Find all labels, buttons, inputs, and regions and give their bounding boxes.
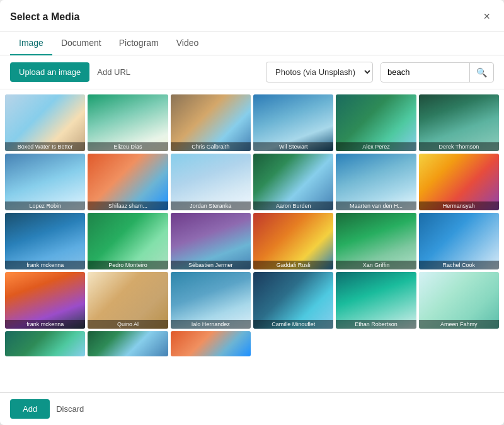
- photo-author-label: Ialo Hernandez: [171, 320, 251, 329]
- photo-thumbnail: [88, 331, 168, 356]
- photo-thumbnail: Quino Al: [88, 272, 168, 329]
- photo-author-label: frank mckenna: [5, 261, 85, 269]
- photo-item[interactable]: Sébastien Jermer: [171, 213, 251, 269]
- photo-thumbnail: [171, 331, 251, 356]
- photo-thumbnail: frank mckenna: [5, 213, 85, 269]
- photo-item[interactable]: Gaddafi Rusli: [253, 213, 333, 269]
- photo-item[interactable]: Ethan Robertson: [336, 272, 416, 329]
- photo-thumbnail: Wil Stewart: [253, 94, 333, 151]
- photo-item[interactable]: Maarten van den H...: [336, 154, 416, 210]
- photo-item[interactable]: Camille Minouflet: [253, 272, 333, 329]
- source-select[interactable]: Photos (via Unsplash) My Files: [266, 62, 373, 82]
- close-button[interactable]: ×: [479, 9, 494, 25]
- modal-footer: Add Discard: [0, 392, 504, 425]
- photo-author-label: Ethan Robertson: [336, 320, 416, 329]
- photo-author-label: Maarten van den H...: [336, 201, 416, 210]
- photo-thumbnail: Ameen Fahmy: [419, 272, 499, 329]
- photo-author-label: Derek Thomson: [419, 142, 499, 151]
- photo-author-label: Jordan Steranka: [171, 201, 251, 210]
- tab-video[interactable]: Video: [168, 31, 208, 55]
- photo-thumbnail: Camille Minouflet: [253, 272, 333, 329]
- photo-item[interactable]: frank mckenna: [5, 272, 85, 329]
- photo-author-label: frank mckenna: [5, 320, 85, 329]
- add-url-link[interactable]: Add URL: [97, 67, 130, 77]
- photo-item[interactable]: Shifaaz sham...: [88, 154, 168, 210]
- photo-author-label: Hermansyah: [419, 201, 499, 210]
- photo-author-label: Chris Galbraith: [171, 142, 251, 151]
- upload-image-button[interactable]: Upload an image: [10, 62, 89, 82]
- toolbar: Upload an image Add URL Photos (via Unsp…: [0, 55, 504, 89]
- tab-pictogram[interactable]: Pictogram: [110, 31, 168, 55]
- photo-item[interactable]: frank mckenna: [5, 213, 85, 269]
- photo-thumbnail: Sébastien Jermer: [171, 213, 251, 269]
- photo-thumbnail: Maarten van den H...: [336, 154, 416, 210]
- photo-thumbnail: [5, 331, 85, 356]
- add-button[interactable]: Add: [10, 399, 50, 419]
- photo-thumbnail: Gaddafi Rusli: [253, 213, 333, 269]
- photo-author-label: Pedro Monteiro: [88, 261, 168, 269]
- media-selector-modal: Select a Media × Image Document Pictogra…: [0, 0, 504, 425]
- photo-author-label: Elizeu Dias: [88, 142, 168, 151]
- photo-item[interactable]: Xan Griffin: [336, 213, 416, 269]
- photo-item[interactable]: Aaron Burden: [253, 154, 333, 210]
- photo-author-label: Wil Stewart: [253, 142, 333, 151]
- photo-item[interactable]: Ialo Hernandez: [171, 272, 251, 329]
- tab-image[interactable]: Image: [10, 31, 52, 55]
- discard-button[interactable]: Discard: [56, 404, 84, 414]
- modal-title: Select a Media: [10, 11, 79, 23]
- photo-author-label: Boxed Water Is Better: [5, 142, 85, 151]
- photo-thumbnail: Elizeu Dias: [88, 94, 168, 151]
- photo-item[interactable]: Wil Stewart: [253, 94, 333, 151]
- photo-author-label: Alex Perez: [336, 142, 416, 151]
- photo-author-label: Camille Minouflet: [253, 320, 333, 329]
- photo-thumbnail: Chris Galbraith: [171, 94, 251, 151]
- photo-item[interactable]: [5, 331, 85, 356]
- photo-thumbnail: frank mckenna: [5, 272, 85, 329]
- photo-item[interactable]: Boxed Water Is Better: [5, 94, 85, 151]
- photo-item[interactable]: Lopez Robin: [5, 154, 85, 210]
- photo-thumbnail: Jordan Steranka: [171, 154, 251, 210]
- photo-item[interactable]: Alex Perez: [336, 94, 416, 151]
- photo-item[interactable]: Ameen Fahmy: [419, 272, 499, 329]
- photo-thumbnail: Pedro Monteiro: [88, 213, 168, 269]
- photo-author-label: Shifaaz sham...: [88, 201, 168, 210]
- tab-bar: Image Document Pictogram Video: [0, 31, 504, 55]
- search-input[interactable]: [381, 63, 469, 81]
- search-button[interactable]: 🔍: [469, 63, 493, 82]
- tab-document[interactable]: Document: [52, 31, 110, 55]
- photo-thumbnail: Hermansyah: [419, 154, 499, 210]
- photo-item[interactable]: Hermansyah: [419, 154, 499, 210]
- photo-author-label: Rachel Cook: [419, 261, 499, 269]
- photo-gallery: Boxed Water Is BetterElizeu DiasChris Ga…: [0, 89, 504, 392]
- photo-thumbnail: Lopez Robin: [5, 154, 85, 210]
- photo-item[interactable]: [88, 331, 168, 356]
- photo-author-label: Lopez Robin: [5, 201, 85, 210]
- photo-item[interactable]: Pedro Monteiro: [88, 213, 168, 269]
- photo-author-label: Ameen Fahmy: [419, 320, 499, 329]
- photo-author-label: Gaddafi Rusli: [253, 261, 333, 269]
- photo-thumbnail: Ethan Robertson: [336, 272, 416, 329]
- gallery-grid: Boxed Water Is BetterElizeu DiasChris Ga…: [5, 94, 499, 356]
- photo-thumbnail: Aaron Burden: [253, 154, 333, 210]
- search-icon: 🔍: [476, 67, 487, 77]
- photo-author-label: Aaron Burden: [253, 201, 333, 210]
- photo-item[interactable]: Quino Al: [88, 272, 168, 329]
- photo-thumbnail: Xan Griffin: [336, 213, 416, 269]
- photo-thumbnail: Boxed Water Is Better: [5, 94, 85, 151]
- photo-thumbnail: Ialo Hernandez: [171, 272, 251, 329]
- photo-item[interactable]: Jordan Steranka: [171, 154, 251, 210]
- photo-thumbnail: Rachel Cook: [419, 213, 499, 269]
- photo-item[interactable]: Elizeu Dias: [88, 94, 168, 151]
- photo-author-label: Quino Al: [88, 320, 168, 329]
- photo-thumbnail: Derek Thomson: [419, 94, 499, 151]
- photo-author-label: Sébastien Jermer: [171, 261, 251, 269]
- photo-item[interactable]: Rachel Cook: [419, 213, 499, 269]
- photo-author-label: Xan Griffin: [336, 261, 416, 269]
- photo-thumbnail: Shifaaz sham...: [88, 154, 168, 210]
- photo-item[interactable]: Chris Galbraith: [171, 94, 251, 151]
- photo-item[interactable]: [171, 331, 251, 356]
- modal-header: Select a Media ×: [0, 0, 504, 31]
- search-container: 🔍: [381, 62, 494, 82]
- photo-thumbnail: Alex Perez: [336, 94, 416, 151]
- photo-item[interactable]: Derek Thomson: [419, 94, 499, 151]
